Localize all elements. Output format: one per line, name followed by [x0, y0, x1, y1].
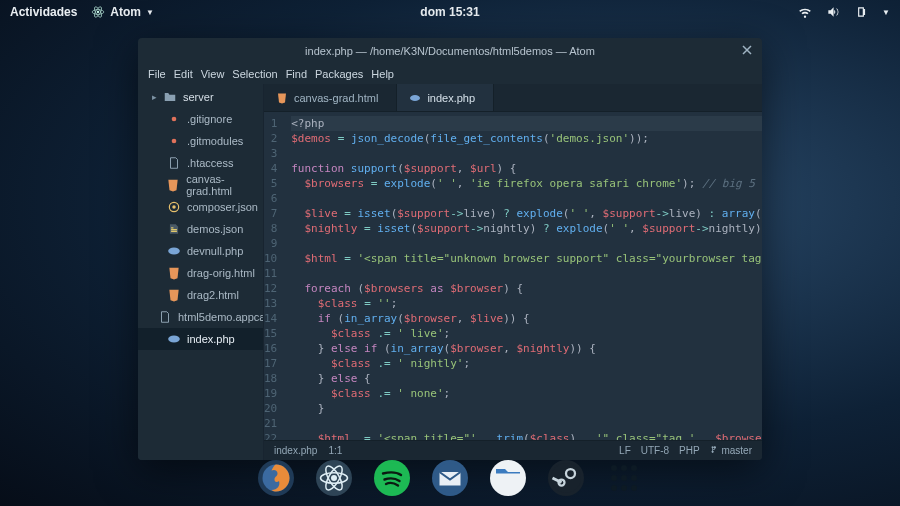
tree-item-label: .gitmodules — [187, 135, 243, 147]
tree-item[interactable]: devnull.php — [138, 240, 263, 262]
tree-item-label: canvas-grad.html — [186, 173, 263, 197]
tree-item[interactable]: canvas-grad.html — [138, 174, 263, 196]
txt-icon — [167, 156, 181, 170]
topbar-app[interactable]: Atom ▼ — [91, 5, 154, 19]
code-line[interactable] — [291, 416, 762, 431]
git-icon — [167, 134, 181, 148]
code-line[interactable]: $browsers = explode(' ', 'ie firefox ope… — [291, 176, 762, 191]
dock-steam[interactable] — [548, 460, 584, 496]
chevron-down-icon: ▼ — [146, 8, 154, 17]
window-titlebar[interactable]: index.php — /home/K3N/Documentos/html5de… — [138, 38, 762, 64]
code-line[interactable] — [291, 236, 762, 251]
code-line[interactable]: $class .= ' live'; — [291, 326, 762, 341]
code-line[interactable]: } else if (in_array($browser, $nightly))… — [291, 341, 762, 356]
close-icon[interactable] — [741, 44, 753, 56]
html-icon — [166, 178, 180, 192]
php-icon — [409, 92, 421, 104]
html-icon — [276, 92, 288, 104]
tree-item-label: drag2.html — [187, 289, 239, 301]
code-editor[interactable]: 12345678910111213141516171819202122 <?ph… — [264, 112, 762, 440]
editor-pane: canvas-grad.htmlindex.php 12345678910111… — [264, 84, 762, 460]
php-icon — [167, 244, 181, 258]
code-line[interactable]: $live = isset($support->live) ? explode(… — [291, 206, 762, 221]
code-line[interactable]: $class = ''; — [291, 296, 762, 311]
tree-item[interactable]: html5demo.appca — [138, 306, 263, 328]
tree-item[interactable]: .htaccess — [138, 152, 263, 174]
svg-point-4 — [172, 117, 177, 122]
status-lang[interactable]: PHP — [679, 445, 700, 456]
tree-item-label: demos.json — [187, 223, 243, 235]
tab[interactable]: canvas-grad.html — [264, 84, 397, 111]
battery-icon[interactable] — [854, 5, 868, 19]
code-line[interactable]: function support($support, $url) { — [291, 161, 762, 176]
svg-point-0 — [97, 11, 99, 13]
chevron-right-icon: ▸ — [152, 92, 157, 102]
tree-item[interactable]: drag2.html — [138, 284, 263, 306]
code-line[interactable]: } — [291, 401, 762, 416]
svg-point-12 — [331, 475, 337, 481]
menu-find[interactable]: Find — [286, 68, 307, 80]
code-line[interactable]: foreach ($browsers as $browser) { — [291, 281, 762, 296]
tree-item-label: drag-orig.html — [187, 267, 255, 279]
atom-window: index.php — /home/K3N/Documentos/html5de… — [138, 38, 762, 460]
dock-apps[interactable] — [606, 460, 642, 496]
file-icon — [158, 310, 172, 324]
activities-button[interactable]: Actividades — [10, 5, 77, 19]
menu-edit[interactable]: Edit — [174, 68, 193, 80]
html-icon — [167, 288, 181, 302]
line-gutter: 12345678910111213141516171819202122 — [264, 112, 285, 440]
comp-icon — [167, 200, 181, 214]
tab[interactable]: index.php — [397, 84, 494, 111]
menubar: FileEditViewSelectionFindPackagesHelp — [138, 64, 762, 84]
dock-spotify[interactable] — [374, 460, 410, 496]
code-line[interactable] — [291, 266, 762, 281]
menu-packages[interactable]: Packages — [315, 68, 363, 80]
menu-help[interactable]: Help — [371, 68, 394, 80]
code-line[interactable]: } else { — [291, 371, 762, 386]
dock-firefox[interactable] — [258, 460, 294, 496]
code-line[interactable]: $nightly = isset($support->nightly) ? ex… — [291, 221, 762, 236]
tab-bar: canvas-grad.htmlindex.php — [264, 84, 762, 112]
code-line[interactable]: $html .= '<span title="' . trim($class) … — [291, 431, 762, 440]
chevron-down-icon[interactable]: ▼ — [882, 8, 890, 17]
tree-item[interactable]: demos.json — [138, 218, 263, 240]
code-line[interactable]: $html = '<span title="unknown browser su… — [291, 251, 762, 266]
tree-item-label: composer.json — [187, 201, 258, 213]
git-icon — [167, 112, 181, 126]
tree-root[interactable]: ▸ server — [138, 86, 263, 108]
file-tree[interactable]: ▸ server .gitignore.gitmodules.htaccessc… — [138, 84, 264, 460]
tree-item[interactable]: drag-orig.html — [138, 262, 263, 284]
tree-item[interactable]: composer.json — [138, 196, 263, 218]
code-lines[interactable]: <?php$demos = json_decode(file_get_conte… — [285, 112, 762, 440]
tree-item-label: .htaccess — [187, 157, 233, 169]
tree-root-label: server — [183, 91, 214, 103]
svg-point-8 — [168, 248, 180, 255]
tree-item[interactable]: index.php — [138, 328, 263, 350]
code-line[interactable]: if (in_array($browser, $live)) { — [291, 311, 762, 326]
code-line[interactable]: $demos = json_decode(file_get_contents('… — [291, 131, 762, 146]
tree-item[interactable]: .gitignore — [138, 108, 263, 130]
wifi-icon[interactable] — [798, 5, 812, 19]
dock-files[interactable] — [490, 460, 526, 496]
atom-icon — [91, 5, 105, 19]
menu-selection[interactable]: Selection — [232, 68, 277, 80]
status-branch[interactable]: master — [710, 445, 752, 456]
dock-atom[interactable] — [316, 460, 352, 496]
tree-item[interactable]: .gitmodules — [138, 130, 263, 152]
svg-point-10 — [410, 95, 420, 101]
menu-file[interactable]: File — [148, 68, 166, 80]
code-line[interactable] — [291, 146, 762, 161]
topbar-clock[interactable]: dom 15:31 — [420, 5, 479, 19]
tab-label: canvas-grad.html — [294, 92, 378, 104]
code-line[interactable]: $class .= ' nightly'; — [291, 356, 762, 371]
tree-item-label: devnull.php — [187, 245, 243, 257]
php-icon — [167, 332, 181, 346]
volume-icon[interactable] — [826, 5, 840, 19]
window-title: index.php — /home/K3N/Documentos/html5de… — [305, 45, 595, 57]
menu-view[interactable]: View — [201, 68, 225, 80]
code-line[interactable]: $class .= ' none'; — [291, 386, 762, 401]
code-line[interactable] — [291, 191, 762, 206]
code-line[interactable]: <?php — [291, 116, 762, 131]
folder-icon — [163, 90, 177, 104]
dock-mail[interactable] — [432, 460, 468, 496]
